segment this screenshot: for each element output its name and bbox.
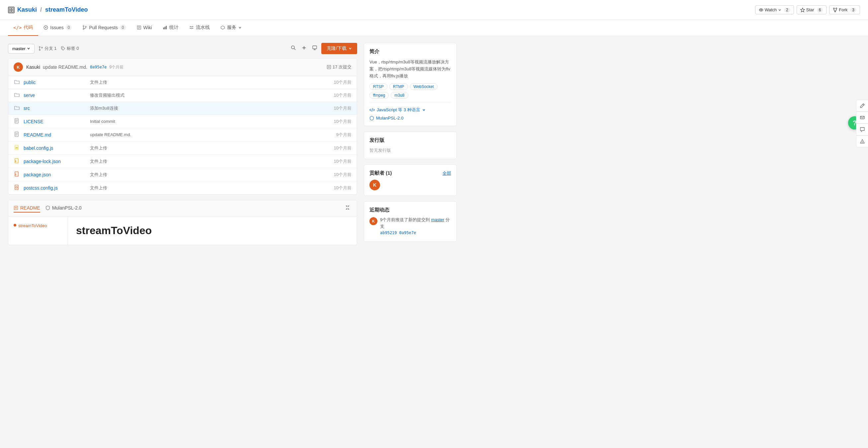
tab-pipeline[interactable]: 流水线 — [184, 20, 215, 36]
file-link-public[interactable]: public — [24, 80, 36, 85]
tag-websocket[interactable]: WebSocket — [410, 83, 437, 90]
branch-selector: master 分支 1 标签 0 — [8, 44, 79, 54]
monitor-button[interactable] — [311, 44, 319, 53]
tab-code[interactable]: </> 代码 — [8, 20, 38, 36]
plus-icon — [301, 45, 307, 51]
file-name-serve: serve — [24, 93, 90, 98]
issues-badge: 0 — [66, 25, 72, 30]
svg-rect-29 — [313, 46, 317, 49]
file-time-license: 10个月前 — [334, 119, 351, 124]
file-link-serve[interactable]: serve — [24, 93, 35, 98]
file-link-license[interactable]: LICENSE — [24, 119, 43, 124]
tab-pull-requests[interactable]: Pull Requests 0 — [77, 20, 131, 36]
tab-pipeline-label: 流水线 — [196, 25, 210, 31]
release-title: 发行版 — [369, 137, 451, 144]
readme-header: README MulanPSL-2.0 — [8, 200, 357, 216]
release-empty: 暂无发行版 — [369, 147, 451, 153]
chat-float-button[interactable] — [856, 123, 868, 136]
commit-hash[interactable]: 0a95e7e — [90, 65, 107, 69]
branch-icon — [38, 46, 43, 51]
owner-link[interactable]: Kasuki — [17, 6, 37, 13]
svg-rect-2 — [9, 10, 11, 12]
sidebar-description: Vue，rtsp/rtmp/m3u8等视频流播放解决方案，把rtsp/rtmp/… — [369, 59, 451, 79]
svg-rect-19 — [165, 27, 166, 29]
all-contributors-link[interactable]: 全部 — [442, 170, 451, 176]
star-icon — [800, 8, 805, 12]
commit-count[interactable]: 17 次提交 — [327, 64, 351, 70]
branch-dropdown-icon — [27, 47, 30, 50]
add-button[interactable] — [300, 44, 308, 53]
tag-rtsp[interactable]: RTSP — [369, 83, 388, 90]
fork-button[interactable]: Fork 3 — [829, 5, 860, 14]
file-name-readme: README.md — [24, 132, 90, 138]
repo-name-link[interactable]: streamToVideo — [45, 6, 88, 13]
tag-m3u8[interactable]: m3u8 — [391, 92, 408, 99]
content-area: master 分支 1 标签 0 — [8, 43, 357, 247]
lang-label: JavaScript 等 3 种语言 — [377, 107, 420, 113]
clone-download-button[interactable]: 克隆/下载 — [321, 43, 357, 54]
branch-label: master — [12, 46, 26, 51]
warning-float-button[interactable] — [856, 136, 868, 147]
table-row: {} package.json 文件上传 10个月前 — [8, 168, 357, 181]
tab-stats[interactable]: 统计 — [157, 20, 184, 36]
tab-services[interactable]: 服务 — [215, 20, 247, 36]
readme-expand-button[interactable] — [344, 204, 351, 213]
file-link-package-lock[interactable]: package-lock.json — [24, 159, 61, 164]
readme-tab-readme[interactable]: README — [13, 204, 40, 213]
readme-toc: streamToVideo — [8, 216, 68, 245]
readme-tab-license[interactable]: MulanPSL-2.0 — [45, 204, 82, 213]
branch-dropdown[interactable]: master — [8, 44, 34, 54]
sidebar: 简介 Vue，rtsp/rtmp/m3u8等视频流播放解决方案，把rtsp/rt… — [364, 43, 457, 247]
activity-hash: ab95219 0a95e7e — [380, 231, 416, 235]
commit-info: Kasuki update README.md. 0a95e7e 9个月前 — [26, 64, 323, 70]
tag-rtmp[interactable]: RTMP — [390, 83, 408, 90]
file-name-license: LICENSE — [24, 119, 90, 124]
svg-rect-32 — [327, 65, 331, 69]
branch-info: 分支 1 — [38, 46, 57, 52]
svg-point-24 — [62, 48, 63, 48]
readme-tab2-label: MulanPSL-2.0 — [52, 205, 82, 211]
file-link-babel[interactable]: babel.config.js — [24, 146, 54, 151]
svg-text:{}: {} — [15, 160, 17, 162]
svg-point-13 — [85, 26, 86, 27]
file-link-src[interactable]: src — [24, 106, 30, 111]
file-message-babel: 文件上传 — [90, 145, 334, 151]
readme-icon — [13, 206, 18, 210]
edit-float-button[interactable] — [856, 100, 868, 112]
table-row: postcss.config.js 文件上传 10个月前 — [8, 181, 357, 194]
tag-ffmpeg[interactable]: ffmpeg — [369, 92, 389, 99]
services-icon — [220, 25, 225, 30]
tab-issues[interactable]: Issues 0 — [38, 20, 77, 36]
activity-text: 9个月前推送了新的提交到 master 分支 ab95219 0a95e7e — [380, 216, 451, 236]
contributor-avatar[interactable]: K — [369, 180, 380, 190]
js-file-svg: JS — [14, 145, 19, 150]
language-info[interactable]: JavaScript 等 3 种语言 — [369, 107, 451, 113]
tag-icon — [61, 46, 65, 51]
svg-point-7 — [836, 8, 837, 9]
star-label: Star — [806, 7, 814, 12]
activity-branch-link[interactable]: master — [431, 217, 444, 222]
toc-link[interactable]: streamToVideo — [18, 223, 47, 228]
license-info[interactable]: MulanPSL-2.0 — [369, 116, 451, 121]
code-icon: </> — [13, 25, 22, 30]
eye-icon — [759, 8, 764, 12]
svg-point-5 — [761, 9, 762, 11]
search-button[interactable] — [289, 44, 298, 53]
tab-stats-label: 统计 — [169, 25, 179, 31]
tab-wiki[interactable]: Wiki — [131, 20, 157, 36]
file-link-package[interactable]: package.json — [24, 172, 51, 177]
file-time-package-lock: 10个月前 — [334, 158, 351, 165]
watch-button[interactable]: Watch 2 — [755, 5, 794, 14]
svg-point-6 — [834, 8, 835, 9]
readme-section: README MulanPSL-2.0 streamToVideo — [8, 200, 357, 245]
mail-float-button[interactable] — [856, 112, 868, 123]
file-link-readme[interactable]: README.md — [24, 132, 51, 138]
branch-bar: master 分支 1 标签 0 — [8, 43, 357, 54]
readme-main-title: streamToVideo — [76, 225, 349, 237]
star-button[interactable]: Star 6 — [797, 5, 827, 14]
file-link-postcss[interactable]: postcss.config.js — [24, 185, 58, 190]
commit-count-label: 17 次提交 — [333, 64, 351, 70]
license-sidebar-icon — [369, 116, 374, 121]
postcss-file-svg — [14, 185, 19, 190]
file-message-package-lock: 文件上传 — [90, 158, 334, 165]
